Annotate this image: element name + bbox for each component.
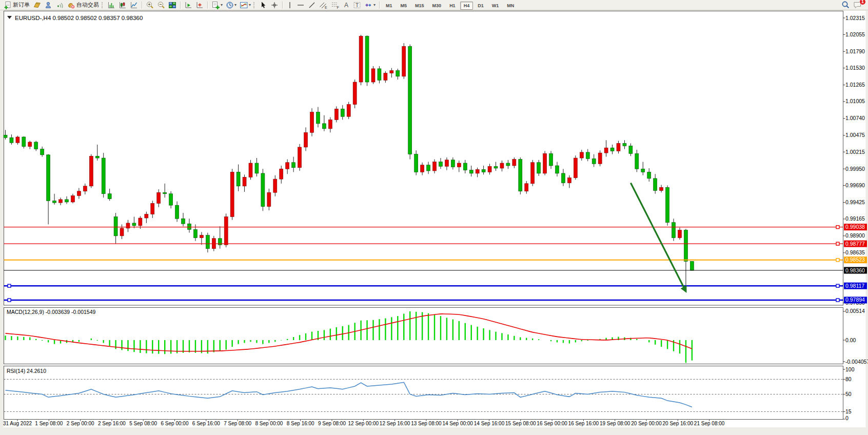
chart-canvas[interactable]: 1.023151.020551.017901.015301.012651.010… bbox=[0, 0, 868, 435]
candle-bear[interactable] bbox=[641, 169, 645, 172]
candle-bull[interactable] bbox=[145, 214, 148, 218]
hline-handle[interactable] bbox=[836, 242, 839, 245]
candle-bull[interactable] bbox=[28, 142, 32, 147]
candle-bull[interactable] bbox=[89, 156, 93, 186]
tile-windows-button[interactable] bbox=[167, 0, 178, 10]
candle-bull[interactable] bbox=[249, 163, 252, 177]
candle-bull[interactable] bbox=[371, 69, 375, 82]
hline-handle[interactable] bbox=[8, 299, 11, 302]
new-order-button[interactable]: 新订单 bbox=[2, 0, 31, 10]
candle-bear[interactable] bbox=[506, 163, 510, 166]
candle-bull[interactable] bbox=[402, 46, 406, 76]
candle-bear[interactable] bbox=[482, 169, 485, 172]
horizontal-line-tool[interactable] bbox=[295, 0, 306, 10]
candle-bear[interactable] bbox=[53, 201, 56, 203]
candle-bear[interactable] bbox=[690, 261, 694, 270]
candle-bear[interactable] bbox=[623, 143, 626, 146]
candle-bear[interactable] bbox=[322, 124, 326, 129]
tf-button-m30[interactable]: M30 bbox=[429, 2, 445, 10]
candle-bull[interactable] bbox=[83, 186, 87, 191]
tf-button-mn[interactable]: MN bbox=[503, 2, 518, 10]
candle-bear[interactable] bbox=[163, 192, 167, 193]
vertical-line-tool[interactable] bbox=[285, 0, 295, 10]
candle-bull[interactable] bbox=[678, 230, 682, 238]
candle-bull[interactable] bbox=[71, 195, 74, 202]
candle-bull[interactable] bbox=[280, 169, 283, 179]
candle-bear[interactable] bbox=[610, 148, 614, 151]
candle-bull[interactable] bbox=[574, 158, 577, 178]
candle-bear[interactable] bbox=[316, 112, 320, 123]
candle-bear[interactable] bbox=[47, 155, 50, 201]
candle-bear[interactable] bbox=[592, 159, 596, 164]
templates-dropdown[interactable]: ▾ bbox=[238, 0, 252, 10]
candle-bear[interactable] bbox=[635, 153, 639, 169]
candle-bear[interactable] bbox=[34, 142, 38, 149]
candle-bull[interactable] bbox=[267, 192, 271, 206]
candle-bull[interactable] bbox=[457, 163, 461, 167]
candle-bear[interactable] bbox=[666, 187, 669, 222]
candle-bear[interactable] bbox=[415, 154, 418, 172]
candle-bull[interactable] bbox=[77, 191, 81, 196]
chart-bars-button[interactable] bbox=[106, 0, 117, 10]
candle-bull[interactable] bbox=[580, 152, 583, 158]
candle-bull[interactable] bbox=[286, 163, 289, 169]
candle-bear[interactable] bbox=[193, 229, 197, 238]
chart-shift-button[interactable] bbox=[194, 0, 205, 10]
candle-bear[interactable] bbox=[10, 137, 13, 143]
candle-bear[interactable] bbox=[341, 109, 344, 116]
candle-bear[interactable] bbox=[41, 149, 44, 155]
candle-bull[interactable] bbox=[59, 200, 63, 203]
candle-bull[interactable] bbox=[273, 179, 277, 192]
tf-button-m1[interactable]: M1 bbox=[382, 2, 396, 10]
candle-bear[interactable] bbox=[378, 69, 381, 80]
tf-button-w1[interactable]: W1 bbox=[488, 2, 503, 10]
candle-bull[interactable] bbox=[359, 36, 363, 82]
candle-bull[interactable] bbox=[334, 109, 338, 120]
equidistant-channel-tool[interactable]: E bbox=[318, 0, 329, 10]
signals-button[interactable] bbox=[54, 0, 65, 10]
chart-candles-button[interactable] bbox=[117, 0, 128, 10]
candle-bear[interactable] bbox=[4, 135, 7, 137]
candle-bear[interactable] bbox=[206, 235, 209, 249]
candle-bear[interactable] bbox=[519, 160, 522, 191]
candle-bear[interactable] bbox=[408, 46, 412, 154]
candle-bull[interactable] bbox=[230, 172, 234, 216]
auto-trading-button[interactable]: 自动交易 bbox=[65, 0, 101, 10]
candle-bull[interactable] bbox=[157, 192, 161, 203]
candle-bear[interactable] bbox=[561, 173, 565, 183]
hline-handle[interactable] bbox=[8, 284, 11, 287]
candle-bear[interactable] bbox=[175, 205, 179, 219]
cursor-button[interactable] bbox=[258, 0, 269, 10]
candle-bull[interactable] bbox=[224, 217, 228, 245]
candle-bull[interactable] bbox=[488, 166, 491, 172]
periods-dropdown[interactable]: ▾ bbox=[224, 0, 238, 10]
time-axis[interactable]: 31 Aug 20221 Sep 08:002 Sep 00:002 Sep 1… bbox=[3, 420, 725, 426]
candle-bear[interactable] bbox=[586, 152, 589, 159]
candle-bear[interactable] bbox=[549, 153, 553, 166]
candle-bear[interactable] bbox=[556, 166, 559, 173]
candle-bear[interactable] bbox=[647, 172, 651, 178]
candle-bear[interactable] bbox=[182, 219, 185, 224]
candle-bull[interactable] bbox=[384, 73, 387, 81]
hline-handle[interactable] bbox=[836, 284, 839, 287]
candle-bear[interactable] bbox=[114, 217, 117, 236]
candle-bull[interactable] bbox=[531, 163, 535, 184]
candle-bear[interactable] bbox=[684, 230, 687, 262]
candle-bear[interactable] bbox=[102, 158, 105, 194]
candle-bull[interactable] bbox=[476, 169, 479, 173]
candle-bull[interactable] bbox=[525, 184, 528, 191]
candle-bear[interactable] bbox=[654, 179, 657, 191]
trendline-tool[interactable] bbox=[306, 0, 318, 10]
candle-bull[interactable] bbox=[16, 137, 19, 143]
candle-bear[interactable] bbox=[95, 156, 99, 158]
candle-bull[interactable] bbox=[200, 235, 203, 238]
candle-bear[interactable] bbox=[261, 173, 265, 207]
candle-bear[interactable] bbox=[169, 194, 173, 205]
profile-button[interactable] bbox=[43, 0, 54, 10]
candle-bull[interactable] bbox=[390, 71, 393, 73]
tf-button-h1[interactable]: H1 bbox=[446, 2, 459, 10]
candle-bull[interactable] bbox=[567, 178, 571, 183]
candle-bear[interactable] bbox=[672, 223, 676, 238]
candle-bull[interactable] bbox=[126, 223, 130, 228]
market-watch-button[interactable] bbox=[31, 0, 43, 10]
